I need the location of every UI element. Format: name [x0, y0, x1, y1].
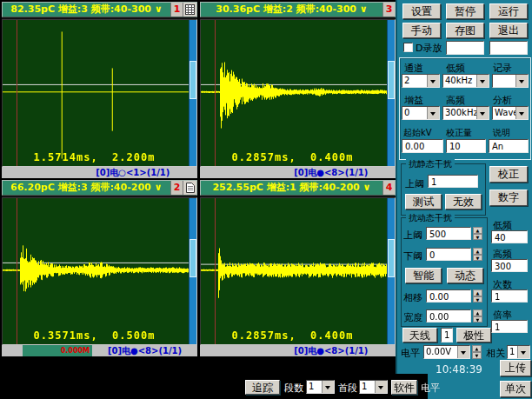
dynamic-button[interactable]: 动态 [447, 268, 483, 283]
exit-button[interactable]: 退出 [489, 23, 528, 38]
polarity-button[interactable]: 极性 [456, 328, 491, 342]
smart-button[interactable]: 智能 [405, 268, 442, 283]
settings-button[interactable]: 设置 [402, 3, 441, 19]
dynamic-upper-spinner[interactable]: ▲▼ [473, 227, 482, 240]
invalid-button[interactable]: 无效 [445, 194, 482, 209]
scrollbar-thumb[interactable] [190, 239, 196, 277]
run-button[interactable]: 运行 [489, 3, 528, 19]
spinner-up-icon[interactable]: ▲ [473, 248, 482, 255]
analysis-select[interactable]: Wave [492, 106, 529, 120]
panel-4-title[interactable]: 252.55pC 增益:1 频带:40-200 ∨ [201, 181, 382, 195]
panel-2-title[interactable]: 66.20pC 增益:3 频带:40-200 ∨ [3, 181, 170, 195]
spinner-down-icon[interactable]: ▼ [473, 316, 482, 323]
gain-select[interactable]: 0 [402, 106, 440, 120]
phase-shift-spinner[interactable]: ▲▼ [473, 289, 482, 303]
startkv-field[interactable]: 0.00 [402, 139, 443, 153]
antenna-count-field[interactable]: 1 [441, 328, 453, 342]
panel-2-plot: 0.3571ms, 0.500m [2, 197, 197, 345]
spinner-down-icon[interactable]: ▼ [472, 352, 482, 359]
dropdown-arrow-icon[interactable] [427, 75, 439, 87]
dynamic-lower-field[interactable]: 0 [426, 248, 471, 261]
scrollbar-thumb[interactable] [388, 61, 395, 99]
phase-shift-field[interactable]: 0.00 [426, 289, 471, 303]
dropdown-arrow-icon[interactable] [515, 107, 528, 119]
spinner-up-icon[interactable]: ▲ [472, 345, 482, 352]
spinner-down-icon[interactable]: ▼ [473, 296, 482, 303]
panel-1-statusbar: [0]电○<1>(1/1) [2, 167, 197, 178]
record-field-1[interactable] [446, 41, 484, 55]
segment-count-label: 段数 [284, 382, 303, 395]
grid-icon[interactable] [183, 3, 196, 17]
spinner-up-icon[interactable]: ▲ [473, 289, 482, 296]
panel-1-waveform-canvas[interactable] [3, 20, 190, 166]
dropdown-arrow-icon[interactable] [515, 75, 528, 87]
level-select[interactable]: 0.00V [423, 345, 470, 359]
dropdown-arrow-icon[interactable] [476, 75, 489, 87]
spinner-down-icon[interactable]: ▼ [473, 234, 482, 241]
ae-waveform-application: 82.35pC 增益:3 频带:40-300 ∨ 1 1.5714ms, 2.2… [0, 0, 532, 399]
panel-1-vertical-scrollbar[interactable] [189, 20, 196, 166]
pause-button[interactable]: 暂停 [446, 3, 484, 19]
track-button[interactable]: 追踪 [245, 380, 280, 395]
upload-button[interactable]: 上传 [500, 360, 531, 376]
dropdown-arrow-icon[interactable] [476, 107, 489, 119]
rc-ratio-field[interactable]: 1 [491, 320, 528, 333]
rc-count-field[interactable]: 1 [491, 289, 528, 303]
record-playback-label: D录放 [416, 42, 442, 55]
record-playback-checkbox[interactable] [403, 43, 413, 52]
dropdown-arrow-icon[interactable] [457, 346, 469, 358]
panel-3-vertical-scrollbar[interactable] [387, 20, 395, 166]
panel-4-waveform-canvas[interactable] [201, 198, 388, 344]
rc-highfreq-field[interactable]: 300 [491, 259, 528, 272]
antenna-button[interactable]: 天线 [402, 328, 437, 342]
related-select[interactable]: 1 [507, 345, 530, 359]
calibrate-button[interactable]: 校正 [489, 166, 528, 183]
panel-3-waveform-canvas[interactable] [201, 20, 388, 166]
first-segment-select[interactable]: 1 [359, 380, 388, 394]
digital-button[interactable]: 数字 [489, 190, 528, 206]
segment-count-select[interactable]: 1 [306, 380, 335, 394]
manual-button[interactable]: 手动 [402, 23, 441, 38]
page-icon[interactable] [183, 181, 196, 195]
dropdown-arrow-icon[interactable] [375, 381, 387, 393]
correction-field[interactable]: 10 [446, 139, 486, 153]
panel-4-vertical-scrollbar[interactable] [387, 198, 395, 344]
rc-lowfreq-field[interactable]: 40 [491, 230, 528, 243]
dropdown-arrow-icon[interactable] [322, 381, 334, 393]
scrollbar-thumb[interactable] [190, 61, 196, 99]
dynamic-lower-spinner[interactable]: ▲▼ [473, 248, 482, 261]
panel-4-header: 252.55pC 增益:1 频带:40-200 ∨ 4 [200, 180, 396, 196]
anti-static-group: 抗静态干扰 上阈 1 测试 无效 [401, 163, 486, 216]
level-spinner[interactable]: ▲▼ [472, 345, 482, 359]
panel-1-header: 82.35pC 增益:3 频带:40-300 ∨ 1 [2, 2, 197, 17]
panel-1-title[interactable]: 82.35pC 增益:3 频带:40-300 ∨ [3, 3, 170, 17]
scrollbar-thumb[interactable] [388, 239, 395, 277]
test-button[interactable]: 测试 [405, 194, 442, 209]
spinner-up-icon[interactable]: ▲ [473, 227, 482, 234]
width-field[interactable]: 0.00 [426, 309, 471, 323]
static-upper-threshold-field[interactable]: 1 [428, 175, 478, 188]
save-image-button[interactable]: 存图 [446, 23, 484, 38]
dynamic-upper-field[interactable]: 500 [426, 227, 471, 240]
lowfreq-select[interactable]: 40kHz [442, 74, 489, 88]
record-select[interactable] [492, 74, 529, 88]
width-spinner[interactable]: ▲▼ [473, 309, 482, 323]
panel-2-waveform-canvas[interactable] [3, 198, 190, 344]
dropdown-arrow-icon[interactable] [427, 107, 439, 119]
description-field[interactable]: An [489, 139, 529, 153]
panel-3-title[interactable]: 30.36pC 增益:2 频带:40-300 ∨ [201, 3, 382, 17]
panel-4-statusbar: [0]电●<8>(1/1) [200, 345, 396, 356]
panel-2-status-text: [0]电●<8>(1/1) [92, 345, 197, 356]
software-button[interactable]: 软件 [391, 380, 417, 395]
spinner-down-icon[interactable]: ▼ [473, 255, 482, 262]
highfreq-select[interactable]: 300kHz [442, 106, 489, 120]
channel-select[interactable]: 2 [402, 74, 440, 88]
spinner-up-icon[interactable]: ▲ [473, 309, 482, 316]
record-label: 记录 [493, 62, 512, 75]
record-field-2[interactable] [489, 41, 528, 55]
dropdown-arrow-icon[interactable] [517, 346, 529, 358]
panel-1-status-text: [0]电○<1>(1/1) [69, 167, 198, 178]
single-shot-button[interactable]: 单次 [500, 381, 531, 397]
panel-2-vertical-scrollbar[interactable] [189, 198, 196, 344]
description-label: 说明 [493, 127, 510, 139]
